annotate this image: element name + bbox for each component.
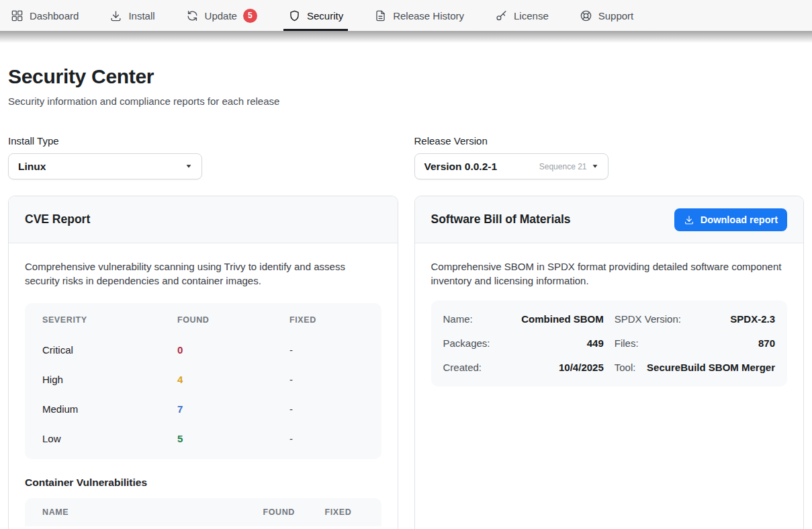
release-version-value: Version 0.0.2-1 — [424, 161, 498, 173]
fixed-count: - — [289, 433, 364, 444]
sbom-info-pair: Name:Combined SBOM — [443, 313, 604, 325]
sbom-info-value: SPDX-2.3 — [730, 313, 775, 325]
fixed-count: - — [289, 344, 364, 356]
cve-card-title: CVE Report — [25, 212, 90, 227]
sbom-card-title: Software Bill of Materials — [431, 212, 571, 227]
severity-label: Low — [42, 433, 177, 444]
sbom-info-value: SecureBuild SBOM Merger — [647, 362, 775, 373]
chevron-down-icon — [185, 164, 192, 169]
file-text-icon — [374, 9, 387, 22]
severity-table: SEVERITYFOUNDFIXEDCritical0-High4-Medium… — [25, 303, 381, 459]
nav-tab-label: Release History — [393, 10, 464, 22]
nav-tab-list: DashboardInstallUpdate5SecurityRelease H… — [11, 0, 633, 31]
download-report-button[interactable]: Download report — [674, 208, 787, 231]
cve-card-header: CVE Report — [9, 196, 398, 243]
found-count: 0 — [177, 344, 289, 356]
lifebuoy-icon — [580, 9, 592, 22]
sbom-info-pair: SPDX Version:SPDX-2.3 — [615, 313, 775, 325]
column-header: FOUND — [177, 315, 289, 325]
found-count: 4 — [177, 374, 289, 385]
severity-row-critical: Critical0- — [25, 335, 381, 365]
container-vulnerabilities-table-header: NAMEFOUNDFIXED — [25, 498, 381, 526]
sbom-card: Software Bill of Materials Download repo… — [414, 196, 805, 529]
chevron-down-icon — [592, 164, 598, 169]
nav-tab-label: License — [514, 10, 549, 22]
sbom-info-pair: Tool:SecureBuild SBOM Merger — [615, 362, 775, 373]
sbom-info-label: Tool: — [615, 362, 636, 373]
column-header: NAME — [42, 507, 263, 517]
sbom-info-value: 870 — [758, 337, 775, 349]
found-count: 7 — [177, 403, 289, 415]
page-title: Security Center — [8, 65, 804, 88]
nav-scroll-shadow — [0, 31, 812, 43]
nav-tab-dashboard[interactable]: Dashboard — [11, 0, 79, 31]
nav-tab-license[interactable]: License — [495, 0, 549, 31]
cve-card-body: Comprehensive vulnerability scanning usi… — [9, 243, 398, 529]
sbom-info-pair: Packages:449 — [443, 337, 604, 349]
column-header: FIXED — [289, 315, 364, 325]
sbom-info-label: SPDX Version: — [615, 313, 681, 325]
install-type-filter: Install Type Linux — [8, 135, 398, 179]
cards-row: CVE Report Comprehensive vulnerability s… — [8, 196, 804, 529]
release-sequence-label: Sequence 21 — [539, 162, 587, 171]
grid-icon — [11, 9, 24, 22]
install-type-select[interactable]: Linux — [8, 153, 202, 179]
install-type-label: Install Type — [8, 135, 398, 147]
release-version-select[interactable]: Version 0.0.2-1 Sequence 21 — [414, 153, 608, 179]
column-header: FIXED — [325, 507, 364, 517]
severity-label: Critical — [42, 344, 177, 356]
download-icon — [109, 9, 122, 22]
nav-tab-label: Update — [205, 10, 237, 22]
nav-tab-release-history[interactable]: Release History — [374, 0, 464, 31]
sbom-info-grid: Name:Combined SBOMSPDX Version:SPDX-2.3P… — [431, 300, 788, 386]
sbom-info-label: Name: — [443, 313, 473, 325]
severity-row-high: High4- — [25, 365, 381, 395]
severity-row-medium: Medium7- — [25, 395, 381, 424]
page-subtitle: Security information and compliance repo… — [8, 95, 804, 107]
container-vulnerabilities-title: Container Vulnerabilities — [25, 477, 381, 489]
download-icon — [684, 214, 694, 225]
severity-table-header: SEVERITYFOUNDFIXED — [25, 304, 381, 335]
sbom-info-row: Name:Combined SBOMSPDX Version:SPDX-2.3 — [443, 307, 776, 331]
install-type-value: Linux — [18, 161, 46, 173]
fixed-count: - — [289, 403, 364, 415]
sbom-info-pair: Created:10/4/2025 — [443, 362, 604, 373]
nav-tab-label: Dashboard — [30, 10, 79, 22]
cve-report-card: CVE Report Comprehensive vulnerability s… — [8, 196, 398, 529]
nav-tab-update[interactable]: Update5 — [186, 0, 257, 31]
found-count: 5 — [177, 433, 289, 444]
download-report-label: Download report — [701, 214, 778, 225]
update-count-badge: 5 — [243, 9, 257, 23]
column-header: FOUND — [263, 507, 325, 517]
sbom-info-value: Combined SBOM — [521, 313, 604, 325]
sbom-info-label: Created: — [443, 362, 482, 373]
sbom-description: Comprehensive SBOM in SPDX format provid… — [431, 259, 788, 288]
sbom-info-row: Created:10/4/2025Tool:SecureBuild SBOM M… — [443, 356, 776, 380]
severity-label: High — [42, 374, 177, 385]
cve-description: Comprehensive vulnerability scanning usi… — [25, 259, 381, 288]
nav-tab-label: Install — [128, 10, 154, 22]
refresh-icon — [186, 9, 199, 22]
key-icon — [495, 9, 508, 22]
top-nav: DashboardInstallUpdate5SecurityRelease H… — [0, 0, 812, 31]
sbom-info-label: Files: — [615, 337, 639, 349]
main-content: Security Center Security information and… — [0, 65, 812, 529]
sbom-info-value: 10/4/2025 — [559, 362, 604, 373]
sbom-info-label: Packages: — [443, 337, 490, 349]
release-version-filter: Release Version Version 0.0.2-1 Sequence… — [414, 135, 805, 179]
nav-tab-install[interactable]: Install — [109, 0, 154, 31]
shield-icon — [288, 9, 301, 22]
sbom-info-pair: Files:870 — [615, 337, 775, 349]
fixed-count: - — [289, 374, 364, 385]
nav-tab-label: Security — [307, 10, 343, 22]
severity-label: Medium — [42, 403, 177, 415]
sbom-info-value: 449 — [587, 337, 604, 349]
sbom-card-header: Software Bill of Materials Download repo… — [415, 196, 804, 243]
sbom-card-body: Comprehensive SBOM in SPDX format provid… — [415, 243, 804, 403]
sbom-info-row: Packages:449Files:870 — [443, 331, 776, 356]
nav-tab-label: Support — [598, 10, 634, 22]
nav-tab-support[interactable]: Support — [580, 0, 634, 31]
nav-tab-security[interactable]: Security — [288, 0, 343, 31]
filters-row: Install Type Linux Release Version Versi… — [8, 135, 804, 179]
severity-row-low: Low5- — [25, 424, 381, 454]
